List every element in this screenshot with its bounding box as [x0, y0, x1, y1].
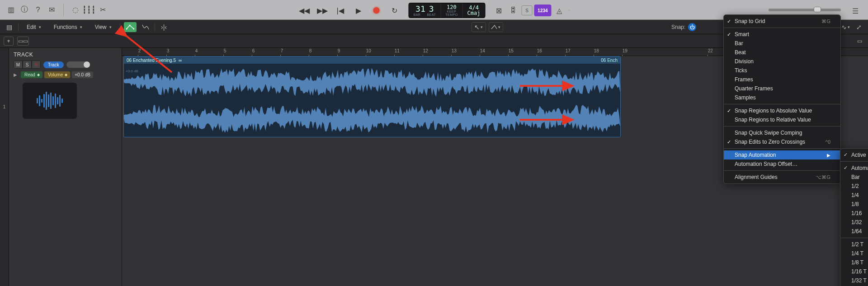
region-name: 06 Enchanted Evening.5 [127, 58, 176, 63]
record-button[interactable] [369, 4, 384, 17]
record-enable-button[interactable]: R [32, 61, 41, 69]
metronome-2-icon[interactable]: ◬ [553, 4, 566, 17]
ruler-tick: 17 [566, 48, 571, 53]
menu-item[interactable]: Ticks [724, 66, 840, 75]
rewind-button[interactable]: ◀◀ [297, 4, 312, 17]
flex-toggle[interactable] [140, 22, 151, 32]
lcd-beat: 3 [429, 5, 434, 13]
menu-item[interactable]: Division [724, 57, 840, 66]
play-button[interactable]: ▶ [351, 4, 366, 17]
menu-item[interactable]: Snap Automation▶ [724, 150, 840, 159]
track-number: 1 [0, 48, 9, 138]
menu-item[interactable]: Snap to Grid⌘G [724, 17, 840, 26]
menu-item[interactable]: Beat [724, 48, 840, 57]
info-icon[interactable]: ⓘ [18, 4, 31, 16]
disclosure-icon[interactable]: ▶ [14, 72, 17, 77]
automation-toggle[interactable] [124, 22, 137, 32]
snap-automation-submenu[interactable]: ActiveAutomaticBar1/21/41/81/161/321/641… [840, 148, 868, 286]
count-in-button[interactable]: 1234 [534, 5, 551, 16]
stop-button[interactable]: |◀ [333, 4, 348, 17]
ruler-tick: 2 [138, 48, 141, 53]
track-type-pill[interactable]: Track [43, 61, 64, 68]
submenu-item[interactable]: 1/2 [840, 182, 868, 191]
menu-item[interactable]: Frames [724, 75, 840, 84]
snap-power-button[interactable]: ⏻ [688, 23, 696, 31]
ruler-tick: 5 [224, 48, 226, 53]
lcd-tempo: 120 [447, 5, 457, 10]
waveform-right [124, 100, 620, 137]
inspector-icon[interactable]: ▤ [4, 22, 14, 32]
track-thumbnail [23, 83, 77, 119]
menu-item[interactable]: Automation Snap Offset… [724, 159, 840, 169]
view-menu[interactable]: View▾ [90, 23, 116, 32]
lcd-bar: 31 [415, 5, 425, 13]
menu-item[interactable]: Snap Quick Swipe Comping [724, 128, 840, 137]
forward-button[interactable]: ▶▶ [315, 4, 330, 17]
track-pan-slider[interactable] [66, 61, 90, 68]
mute-button[interactable]: M [14, 61, 23, 69]
tuner-icon[interactable]: 🎛 [507, 4, 519, 17]
pencil-tool[interactable]: ▾ [489, 22, 503, 32]
menu-item[interactable]: Quarter Frames [724, 84, 840, 93]
submenu-item[interactable]: 1/4 T [840, 249, 868, 258]
submenu-item[interactable]: Active [840, 150, 868, 159]
menu-item[interactable]: Snap Regions to Relative Value [724, 115, 840, 124]
ruler-tick: 12 [423, 48, 428, 53]
catch-playhead-icon[interactable]: ▭ [854, 37, 864, 46]
ruler-tick: 9 [338, 48, 340, 53]
automation-param-select[interactable]: Volume◆ [44, 71, 70, 78]
catch-icon[interactable]: ›|‹ [159, 22, 170, 32]
lcd-key: Cmaj [467, 10, 481, 16]
mail-icon[interactable]: ✉ [45, 4, 58, 16]
scissors-icon[interactable]: ✂ [96, 4, 109, 16]
waveform-left [124, 64, 620, 100]
expand-icon[interactable]: ⤢ [854, 22, 864, 32]
lcd-display[interactable]: 31 3 BAR BEAT 120 KEEP TEMPO 4/4 Cmaj [409, 3, 486, 18]
submenu-item[interactable]: 1/2 T [840, 240, 868, 249]
list-icon[interactable]: ☰ [849, 5, 862, 17]
ruler-tick: 16 [537, 48, 542, 53]
submenu-item[interactable]: Automatic [840, 164, 868, 173]
ruler-tick: 11 [395, 48, 400, 53]
duplicate-track-button[interactable]: ▭▭ [17, 37, 29, 46]
menu-item[interactable]: Alignment Guides⌥⌘G [724, 173, 840, 182]
ruler-tick: 14 [480, 48, 485, 53]
help-icon[interactable]: ? [32, 4, 44, 16]
menu-item[interactable]: Bar [724, 39, 840, 48]
cycle-button[interactable]: ↻ [387, 4, 402, 17]
submenu-item[interactable]: 1/16 [840, 209, 868, 218]
audio-region[interactable]: 06 Enchanted Evening.5 ∞ 06 Ench +0.0 dB [123, 56, 621, 137]
submenu-item[interactable]: Bar [840, 173, 868, 182]
functions-menu[interactable]: Functions▾ [49, 23, 87, 32]
menu-item[interactable]: Smart [724, 30, 840, 39]
loop-icon: ∞ [179, 58, 182, 63]
add-track-button[interactable]: + [4, 37, 14, 46]
submenu-item[interactable]: 1/8 T [840, 258, 868, 267]
snap-menu[interactable]: Snap to Grid⌘GSmartBarBeatDivisionTicksF… [723, 14, 841, 184]
solo-toggle[interactable]: S [521, 5, 532, 15]
automation-value[interactable]: +0.0 dB [72, 71, 93, 78]
solo-button[interactable]: S [23, 61, 32, 69]
waveform-zoom-icon[interactable]: ∿▾ [840, 22, 851, 32]
waveform-icon [37, 92, 63, 110]
submenu-item[interactable]: 1/64 [840, 227, 868, 236]
submenu-item[interactable]: 1/32 [840, 218, 868, 227]
metronome-icon[interactable]: ◌ [69, 4, 82, 16]
mixer-icon[interactable]: ┇┇┇ [83, 4, 95, 16]
automation-mode-select[interactable]: Read◆ [21, 71, 42, 78]
edit-menu[interactable]: Edit▾ [22, 23, 46, 32]
ruler-tick: 10 [366, 48, 371, 53]
submenu-item[interactable]: 1/32 T [840, 276, 868, 285]
submenu-item[interactable]: 1/8 [840, 200, 868, 209]
ruler-tick: 8 [309, 48, 312, 53]
submenu-item[interactable]: 1/16 T [840, 267, 868, 276]
submenu-item[interactable]: 1/4 [840, 191, 868, 200]
chevron-down-icon[interactable]: ▾ [568, 8, 571, 13]
zoom-slider[interactable] [769, 9, 841, 11]
replace-icon[interactable]: ⊠ [492, 4, 505, 17]
menu-item[interactable]: Samples [724, 93, 840, 102]
library-icon[interactable]: ▥ [5, 4, 17, 16]
pointer-tool[interactable]: ↖ ▾ [472, 22, 486, 32]
menu-item[interactable]: Snap Edits to Zero Crossings^0 [724, 137, 840, 146]
menu-item[interactable]: Snap Regions to Absolute Value [724, 106, 840, 115]
